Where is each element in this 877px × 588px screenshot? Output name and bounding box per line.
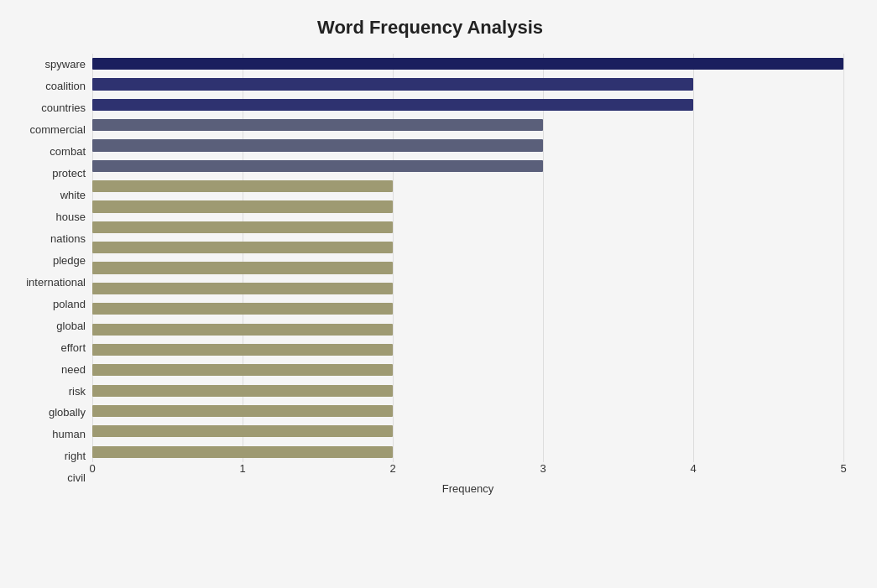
- y-label: right: [65, 450, 86, 461]
- grid-line: [843, 54, 844, 462]
- bar-row: [92, 95, 843, 115]
- bar: [92, 405, 393, 417]
- bar: [92, 180, 393, 192]
- y-label: poland: [53, 299, 86, 310]
- x-ticks: 012345: [92, 462, 843, 479]
- x-tick: 0: [89, 462, 95, 475]
- bar-row: [92, 299, 843, 319]
- bar: [92, 119, 543, 131]
- bar-row: [92, 135, 843, 155]
- x-tick: 4: [690, 462, 696, 475]
- bar-row: [92, 421, 843, 441]
- bar: [92, 303, 393, 315]
- y-label: effort: [61, 342, 86, 353]
- bar: [92, 262, 393, 273]
- bar-row: [92, 381, 843, 401]
- bars-wrapper: [92, 54, 843, 462]
- x-axis-label: Frequency: [92, 482, 843, 495]
- bar: [92, 221, 393, 233]
- bar-row: [92, 217, 843, 237]
- y-axis: spywarecoalitioncountriescommercialcomba…: [17, 54, 92, 516]
- y-label: coalition: [45, 81, 86, 91]
- x-tick: 1: [239, 462, 245, 475]
- bar-row: [92, 360, 843, 380]
- y-label: global: [56, 320, 86, 331]
- bar-row: [92, 196, 843, 216]
- x-axis: 012345 Frequency: [92, 462, 843, 489]
- bar-row: [92, 115, 843, 135]
- bar-row: [92, 54, 843, 74]
- bar: [92, 283, 393, 294]
- chart-area: spywarecoalitioncountriescommercialcomba…: [17, 54, 843, 516]
- y-label: pledge: [53, 255, 86, 266]
- bar-row: [92, 278, 843, 299]
- bar: [92, 58, 843, 70]
- y-label: house: [56, 211, 86, 222]
- chart-container: Word Frequency Analysis spywarecoalition…: [0, 0, 877, 588]
- x-tick: 5: [840, 462, 846, 475]
- bar-row: [92, 442, 843, 462]
- bar: [92, 344, 393, 356]
- bar: [92, 78, 693, 90]
- y-label: nations: [50, 233, 86, 244]
- y-label: globally: [49, 407, 86, 418]
- bar: [92, 242, 393, 253]
- bar-row: [92, 401, 843, 421]
- y-label: protect: [52, 168, 86, 179]
- bar: [92, 425, 393, 437]
- bar: [92, 364, 393, 376]
- x-tick: 3: [540, 462, 546, 475]
- y-label: human: [52, 429, 86, 440]
- bar-row: [92, 319, 843, 339]
- y-label: spyware: [45, 59, 86, 70]
- y-label: countries: [41, 102, 86, 113]
- bar: [92, 385, 393, 397]
- y-label: commercial: [30, 124, 86, 135]
- bar-row: [92, 176, 843, 196]
- x-tick: 2: [389, 462, 395, 475]
- bar-row: [92, 258, 843, 278]
- plot-area: 012345 Frequency: [92, 54, 843, 516]
- chart-title: Word Frequency Analysis: [17, 17, 843, 39]
- grid-and-bars: [92, 54, 843, 462]
- y-label: need: [61, 364, 86, 375]
- y-label: international: [26, 277, 86, 288]
- bar: [92, 446, 393, 458]
- bar-row: [92, 340, 843, 360]
- y-label: combat: [50, 146, 86, 157]
- bar: [92, 139, 543, 151]
- y-label: risk: [69, 386, 86, 397]
- bar: [92, 200, 393, 212]
- bar: [92, 160, 543, 172]
- bar-row: [92, 237, 843, 258]
- bar: [92, 99, 693, 111]
- bar-row: [92, 156, 843, 176]
- y-label: white: [60, 190, 86, 200]
- bar: [92, 324, 393, 336]
- bar-row: [92, 74, 843, 94]
- y-label: civil: [67, 472, 86, 483]
